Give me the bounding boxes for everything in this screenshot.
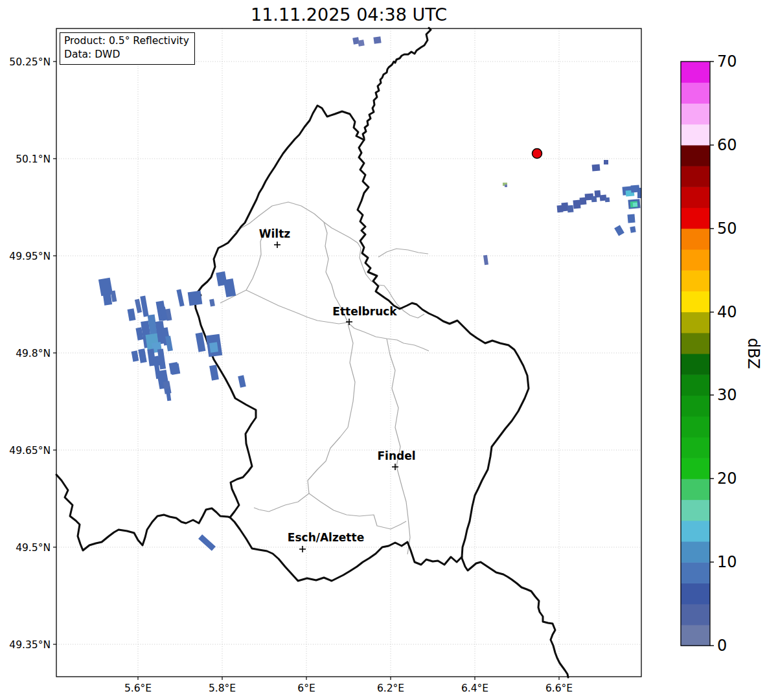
- colorbar-segment: [681, 333, 710, 354]
- colorbar-segment: [681, 270, 710, 291]
- radar-echo: [140, 296, 148, 317]
- radar-echo: [483, 255, 488, 265]
- x-axis-tick-label: 5.8°E: [209, 683, 236, 694]
- y-axis-tick-label: 50.1°N: [16, 153, 51, 165]
- radar-echo: [176, 289, 184, 307]
- y-axis-tick-label: 49.8°N: [16, 348, 51, 359]
- colorbar-tick-label: 50: [717, 220, 737, 238]
- canton-border: [254, 324, 355, 512]
- national-border: [363, 28, 431, 140]
- radar-echo: [358, 40, 364, 46]
- colorbar-segment: [681, 103, 710, 124]
- colorbar-tick-label: 60: [717, 136, 737, 154]
- colorbar-segment: [681, 479, 710, 500]
- canton-border: [309, 493, 406, 529]
- colorbar-segment: [681, 458, 710, 479]
- canton-border: [235, 202, 424, 318]
- radar-echo: [605, 198, 610, 203]
- city-label: Esch/Alzette: [288, 531, 364, 544]
- colorbar-segment: [681, 249, 710, 271]
- x-axis-tick-label: 5.6°E: [124, 683, 152, 694]
- y-axis-tick-label: 49.5°N: [16, 542, 51, 554]
- city-label: Wiltz: [259, 227, 291, 240]
- colorbar-segment: [681, 500, 710, 521]
- radar-echo: [373, 36, 381, 43]
- colorbar-segment: [681, 145, 710, 166]
- x-axis-tick-label: 6.6°E: [545, 683, 573, 694]
- city-label: Findel: [377, 449, 415, 462]
- colorbar-unit-label: dBZ: [744, 328, 762, 379]
- colorbar-segment: [681, 437, 710, 458]
- product-info-line1: Product: 0.5° Reflectivity: [64, 34, 189, 48]
- radar-echo: [505, 185, 507, 187]
- colorbar-segment: [681, 374, 710, 396]
- radar-echo: [223, 278, 236, 297]
- y-axis-tick-label: 50.25°N: [9, 56, 51, 68]
- radar-echo: [604, 160, 608, 164]
- radar-site-marker: [532, 149, 542, 159]
- colorbar-segment: [681, 166, 710, 187]
- page-title: 11.11.2025 04:38 UTC: [56, 5, 641, 25]
- city-label: Ettelbruck: [332, 305, 397, 318]
- colorbar-segment: [681, 229, 710, 250]
- x-axis-tick-label: 6.2°E: [377, 683, 404, 694]
- radar-echo: [573, 200, 580, 209]
- colorbar-tick-label: 30: [717, 386, 737, 404]
- map-canvas: WiltzEttelbruckFindelEsch/Alzette5.6°E5.…: [0, 0, 767, 700]
- radar-echo: [633, 203, 637, 207]
- colorbar-segment: [681, 541, 710, 563]
- colorbar-tick-label: 40: [717, 303, 737, 321]
- colorbar-segment: [681, 416, 710, 438]
- colorbar-segment: [681, 521, 710, 542]
- colorbar-segment: [681, 354, 710, 375]
- colorbar-tick-label: 0: [717, 637, 727, 655]
- colorbar-segment: [681, 82, 710, 104]
- y-axis-tick-label: 49.95°N: [9, 251, 51, 262]
- colorbar-segment: [681, 625, 710, 646]
- colorbar-segment: [681, 395, 710, 416]
- x-axis-tick-label: 6°E: [297, 683, 315, 694]
- product-info-line2: Data: DWD: [64, 48, 189, 62]
- radar-echo: [188, 291, 203, 306]
- colorbar-segment: [681, 208, 710, 229]
- y-axis-tick-label: 49.65°N: [9, 445, 51, 457]
- national-border: [462, 557, 568, 677]
- colorbar-segment: [681, 186, 710, 208]
- radar-echo: [627, 214, 635, 223]
- canton-border: [220, 290, 429, 351]
- luxembourg-border: [195, 106, 529, 581]
- y-axis-tick-label: 49.35°N: [9, 639, 51, 651]
- colorbar-segment: [681, 562, 710, 583]
- colorbar-segment: [681, 124, 710, 146]
- radar-echo: [138, 348, 146, 363]
- radar-echo: [98, 278, 113, 297]
- radar-echo: [209, 342, 218, 353]
- radar-echo: [614, 225, 624, 236]
- product-info-box: Product: 0.5° Reflectivity Data: DWD: [60, 32, 195, 65]
- colorbar-segment: [681, 604, 710, 626]
- canton-border: [387, 339, 410, 554]
- radar-echo: [592, 164, 601, 171]
- radar-echo: [198, 534, 216, 550]
- radar-figure: 11.11.2025 04:38 UTC Product: 0.5° Refle…: [0, 0, 767, 700]
- colorbar-segment: [681, 312, 710, 333]
- colorbar-tick-label: 20: [717, 469, 737, 488]
- radar-echo: [170, 363, 181, 375]
- x-axis-tick-label: 6.4°E: [461, 683, 488, 694]
- radar-echo: [567, 205, 574, 213]
- radar-echo: [238, 375, 246, 387]
- radar-echo: [128, 308, 136, 321]
- radar-echo: [637, 188, 641, 198]
- colorbar-tick-label: 10: [717, 553, 737, 571]
- colorbar-segment: [681, 583, 710, 604]
- colorbar-tick-label: 70: [717, 52, 737, 71]
- radar-echo: [135, 299, 142, 313]
- radar-echo: [209, 299, 215, 306]
- colorbar-segment: [681, 291, 710, 312]
- colorbar-segment: [681, 62, 710, 83]
- radar-echo: [103, 293, 112, 306]
- radar-echo: [132, 350, 139, 361]
- radar-echo: [630, 226, 635, 232]
